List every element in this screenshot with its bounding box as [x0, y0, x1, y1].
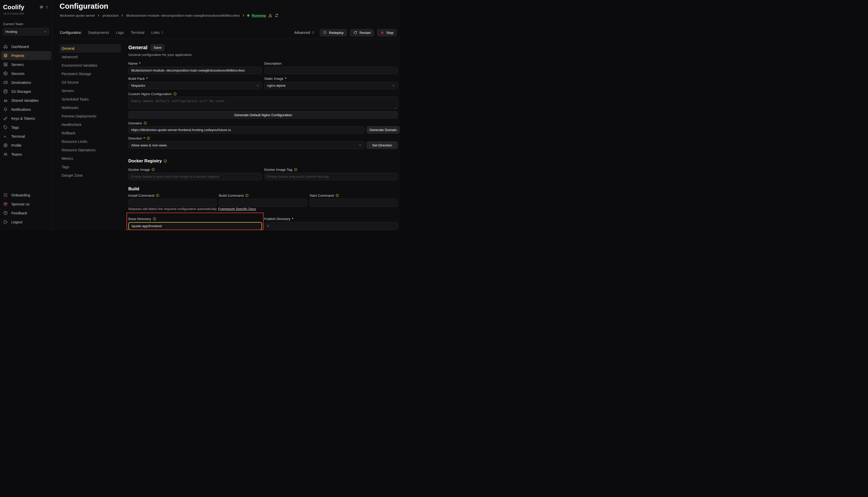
generate-nginx-button[interactable]: Generate Default Nginx Configuration [128, 111, 398, 119]
sidebar-item-onboarding[interactable]: Onboarding [1, 190, 51, 200]
info-icon [164, 159, 167, 163]
sidebar-item-dashboard[interactable]: Dashboard [1, 42, 51, 51]
build-pack-select[interactable]: Nixpacks [128, 82, 262, 89]
main-area: Configuration illicitonion quote server … [52, 0, 402, 230]
subnav-item-persistent-storage[interactable]: Persistent Storage [59, 70, 121, 78]
generate-domain-button[interactable]: Generate Domain [367, 126, 400, 133]
subnav-item-resource-operations[interactable]: Resource Operations [59, 146, 121, 154]
sidebar-item-sources[interactable]: Sources [1, 69, 51, 78]
domains-field[interactable] [128, 126, 364, 133]
team-select[interactable]: Hosting [3, 28, 50, 36]
description-field[interactable] [264, 67, 398, 74]
sidebar: Coolify v4.0.0-beta.399 Current Team Hos… [0, 0, 52, 230]
sidebar-item-feedback[interactable]: Feedback [1, 209, 51, 217]
database-icon [3, 89, 8, 94]
save-button[interactable]: Save [150, 44, 165, 51]
subnav-item-danger-zone[interactable]: Danger Zone [59, 171, 121, 180]
app-logo: Coolify [3, 4, 24, 11]
build-pack-value: Nixpacks [131, 84, 145, 87]
sidebar-item-label: Profile [11, 143, 22, 147]
subnav-item-rollback[interactable]: Rollback [59, 129, 121, 137]
resize-handle-icon[interactable] [395, 106, 397, 109]
users-icon [3, 152, 8, 157]
publish-directory-label: Publish Directory* [264, 216, 398, 221]
subnav-item-tags[interactable]: Tags [59, 162, 121, 171]
name-field[interactable] [128, 67, 262, 74]
tab-configuration[interactable]: Configuration [60, 30, 81, 34]
sidebar-item-keys-tokens[interactable]: Keys & Tokens [1, 114, 51, 123]
subnav-item-git-source[interactable]: Git Source [59, 78, 121, 86]
app-version: v4.0.0-beta.399 [1, 11, 51, 15]
tag-icon [3, 125, 8, 130]
tab-logs[interactable]: Logs [116, 30, 124, 34]
tab-deployments[interactable]: Deployments [88, 30, 109, 34]
install-command-field[interactable] [128, 199, 217, 207]
direction-select[interactable]: Allow www & non-www. [128, 141, 364, 149]
info-icon [245, 194, 249, 197]
subnav-item-environment-variables[interactable]: Environment Variables [59, 61, 121, 70]
sun-icon[interactable] [39, 5, 44, 9]
docker-image-tag-label: Docker Image Tag [264, 167, 398, 172]
breadcrumb-environment[interactable]: production [102, 14, 119, 17]
build-command-label: Build Command [219, 193, 307, 198]
sidebar-item-label: Sources [11, 72, 24, 76]
custom-nginx-textarea[interactable] [128, 97, 398, 109]
server-icon [3, 62, 8, 67]
sidebar-item-destinations[interactable]: Destinations [1, 78, 51, 87]
sidebar-item-sponsor-us[interactable]: Sponsor us [1, 200, 51, 209]
framework-docs-link[interactable]: Framework Specific Docs [218, 207, 256, 211]
sidebar-item-servers[interactable]: Servers [1, 60, 51, 69]
subnav-item-scheduled-tasks[interactable]: Scheduled Tasks [59, 95, 121, 103]
subnav-item-general[interactable]: General [59, 44, 121, 53]
git-source-icon [3, 71, 8, 76]
settings-subnav: General Advanced Environment Variables P… [59, 44, 121, 180]
subnav-item-webhooks[interactable]: Webhooks [59, 103, 121, 112]
section-subtitle: General configuration for your applicati… [128, 53, 398, 57]
sidebar-item-shared-variables[interactable]: (x) Shared Variables [1, 96, 51, 105]
sidebar-item-label: Projects [11, 54, 24, 58]
bell-icon [3, 107, 8, 112]
chevron-down-icon [359, 144, 362, 147]
static-image-select[interactable]: nginx:alpine [264, 82, 398, 89]
subnav-item-metrics[interactable]: Metrics [59, 154, 121, 162]
subnav-item-advanced[interactable]: Advanced [59, 53, 121, 61]
subnav-item-servers[interactable]: Servers [59, 86, 121, 95]
chevron-right-icon [121, 14, 124, 17]
build-command-field[interactable] [219, 199, 307, 207]
sidebar-item-label: Servers [11, 62, 24, 67]
breadcrumb-project[interactable]: illicitonion quote server [60, 14, 95, 17]
sidebar-item-projects[interactable]: Projects [1, 51, 51, 60]
sidebar-item-label: Teams [11, 152, 22, 156]
sidebar-item-s3-storages[interactable]: S3 Storages [1, 87, 51, 96]
info-icon [335, 194, 339, 197]
subnav-item-preview-deployments[interactable]: Preview Deployments [59, 112, 121, 120]
sidebar-item-logout[interactable]: Logout [1, 217, 51, 226]
sidebar-item-terminal[interactable]: >_ Terminal [1, 132, 51, 141]
sidebar-item-teams[interactable]: Teams [1, 150, 51, 159]
subnav-item-resource-limits[interactable]: Resource Limits [59, 137, 121, 146]
domains-label: Domains [128, 120, 398, 126]
sidebar-item-profile[interactable]: Profile [1, 141, 51, 150]
user-icon [3, 143, 8, 148]
scrollbar-track[interactable] [401, 0, 402, 230]
info-icon [153, 217, 156, 221]
base-directory-field[interactable] [128, 222, 262, 230]
docker-image-label: Docker Image [128, 167, 262, 172]
sidebar-item-notifications[interactable]: Notifications [1, 105, 51, 114]
theme-selector-icon[interactable] [45, 5, 49, 9]
sidebar-item-tags[interactable]: Tags [1, 123, 51, 132]
docker-image-field[interactable] [128, 173, 262, 180]
chevron-down-icon [44, 30, 47, 33]
sidebar-item-label: Logout [11, 220, 22, 224]
sidebar-item-label: S3 Storages [11, 89, 31, 94]
variables-icon: (x) [3, 98, 8, 103]
start-command-field[interactable] [309, 199, 398, 207]
docker-image-tag-field[interactable] [264, 173, 398, 180]
subnav-item-healthcheck[interactable]: Healthcheck [59, 120, 121, 129]
sidebar-item-label: Onboarding [11, 193, 30, 197]
sidebar-item-label: Destinations [11, 81, 31, 85]
build-pack-label: Build Pack* [128, 76, 262, 81]
set-direction-button[interactable]: Set Direction [367, 141, 398, 149]
terminal-icon: >_ [3, 134, 8, 139]
publish-directory-field[interactable] [264, 222, 398, 230]
